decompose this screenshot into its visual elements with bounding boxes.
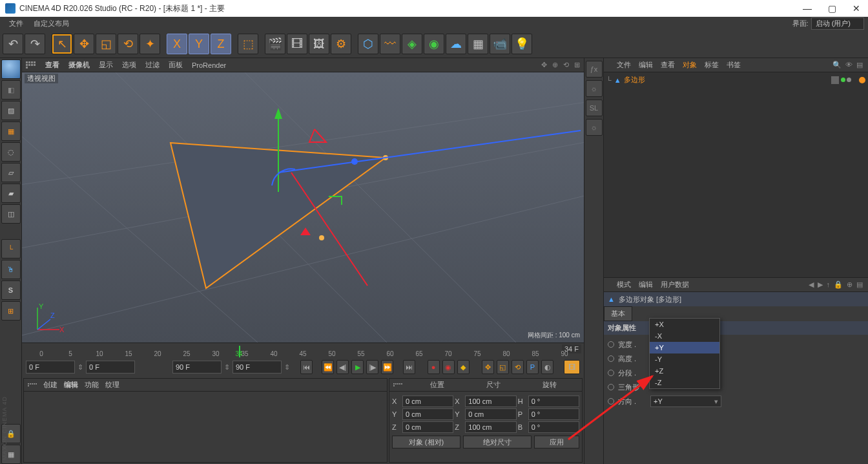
polygon-mode[interactable]: ▰ xyxy=(1,184,21,203)
direction-select[interactable]: +Y▾ xyxy=(650,395,721,407)
timeline-ruler[interactable]: 34 34 F 05101520253035404550556065707580… xyxy=(22,343,584,357)
size-y-input[interactable] xyxy=(465,408,516,420)
visibility-render-dot[interactable] xyxy=(847,78,851,82)
spinner-icon[interactable]: ⇕ xyxy=(224,363,230,372)
workplane-mode[interactable]: ▦ xyxy=(1,121,21,141)
attr-menu-edit[interactable]: 编辑 xyxy=(639,280,653,290)
attr-lock-icon[interactable]: 🔒 xyxy=(834,280,843,289)
pos-x-input[interactable] xyxy=(402,395,453,407)
goto-end-button[interactable]: ⏭ xyxy=(403,360,415,374)
direction-option-ny[interactable]: -Y xyxy=(650,353,719,365)
close-button[interactable]: ✕ xyxy=(850,3,863,14)
anim-dot-triangle[interactable] xyxy=(608,384,614,390)
om-eye-icon[interactable]: 👁 xyxy=(845,61,852,69)
direction-option-pz[interactable]: +Z xyxy=(650,365,719,377)
coord-apply-button[interactable]: 应用 xyxy=(534,436,579,448)
layer-tag-icon[interactable] xyxy=(831,76,840,85)
attr-fwd-icon[interactable]: ▶ xyxy=(818,280,823,289)
om-menu-edit[interactable]: 编辑 xyxy=(639,60,653,70)
range-start-input[interactable] xyxy=(86,361,135,374)
direction-dropdown[interactable]: +X -X +Y -Y +Z -Z xyxy=(649,318,720,389)
om-menu-file[interactable]: 文件 xyxy=(617,60,631,70)
attr-tab-basic[interactable]: 基本 xyxy=(604,306,632,321)
vp-menu-prorender[interactable]: ProRender xyxy=(192,61,226,69)
model-mode[interactable]: ◧ xyxy=(1,80,21,100)
size-x-input[interactable] xyxy=(465,395,516,407)
rot-b-input[interactable] xyxy=(528,421,579,433)
render-settings[interactable]: ⚙ xyxy=(331,34,351,54)
axis-x-toggle[interactable]: X xyxy=(167,34,187,54)
om-filter-icon[interactable]: ▤ xyxy=(856,61,863,69)
texture-mode[interactable]: ▨ xyxy=(1,101,21,120)
keyframe-selection[interactable]: ◆ xyxy=(457,360,470,374)
add-environment[interactable]: ☁ xyxy=(446,34,466,54)
workplane-toggle[interactable]: ⊞ xyxy=(1,301,21,321)
layout-select[interactable]: 启动 (用户) xyxy=(811,17,864,30)
om-menu-bookmarks[interactable]: 书签 xyxy=(727,60,741,70)
object-name[interactable]: 多边形 xyxy=(624,75,645,85)
vp-pan-icon[interactable]: ✥ xyxy=(541,61,547,69)
om-menu-objects[interactable]: 对象 xyxy=(683,60,697,70)
attr-menu-userdata[interactable]: 用户数据 xyxy=(661,280,689,290)
om-menu-view[interactable]: 查看 xyxy=(661,60,675,70)
render-picture-viewer[interactable]: 🖼 xyxy=(309,34,329,54)
key-pos-button[interactable]: ✥ xyxy=(482,360,494,374)
vp-menu-view[interactable]: 查看 xyxy=(45,60,59,70)
key-rot-button[interactable]: ⟲ xyxy=(512,360,524,374)
minimize-button[interactable]: — xyxy=(801,3,814,14)
object-row-polygon[interactable]: └ ▲ 多边形 xyxy=(606,75,865,85)
point-mode[interactable]: ◌ xyxy=(1,142,21,162)
add-deformer[interactable]: ◉ xyxy=(424,34,444,54)
key-pla-button[interactable]: ◐ xyxy=(541,360,553,374)
rt-tool-1[interactable]: ☼ xyxy=(586,80,603,97)
mat-menu-create[interactable]: 创建 xyxy=(43,380,57,390)
add-camera[interactable]: ▦ xyxy=(468,34,488,54)
coord-mode-object[interactable]: 对象 (相对) xyxy=(392,436,460,448)
direction-option-py[interactable]: +Y xyxy=(650,342,719,353)
motion-clip-button[interactable]: 🎞 xyxy=(564,360,580,374)
frame-start-input[interactable] xyxy=(26,361,75,374)
mat-menu-edit[interactable]: 编辑 xyxy=(64,380,78,390)
pos-z-input[interactable] xyxy=(402,421,453,433)
pos-y-input[interactable] xyxy=(402,408,453,420)
key-param-button[interactable]: P xyxy=(526,360,539,374)
attr-menu-mode[interactable]: 模式 xyxy=(617,280,631,290)
add-spline[interactable]: 〰 xyxy=(380,34,400,54)
visibility-editor-dot[interactable] xyxy=(841,78,845,82)
spinner-icon[interactable]: ⇕ xyxy=(78,363,83,372)
rot-h-input[interactable] xyxy=(528,395,579,407)
direction-option-nx[interactable]: -X xyxy=(650,330,719,342)
coord-system[interactable]: ⬚ xyxy=(238,34,258,54)
vp-menu-camera[interactable]: 摄像机 xyxy=(68,60,90,70)
tree-collapse-icon[interactable]: └ xyxy=(606,76,612,84)
autokey-button[interactable]: ◉ xyxy=(442,360,455,374)
perspective-viewport[interactable]: 透视视图 xyxy=(22,72,584,343)
coord-mode-abs[interactable]: 绝对尺寸 xyxy=(463,436,532,448)
prev-frame-button[interactable]: ◀| xyxy=(336,360,349,374)
maximize-button[interactable]: ▢ xyxy=(825,3,838,14)
next-frame-button[interactable]: |▶ xyxy=(366,360,378,374)
frame-end-input[interactable] xyxy=(232,361,282,374)
snap-toggle[interactable]: S xyxy=(1,280,21,300)
add-primitive[interactable]: ⬡ xyxy=(358,34,378,54)
next-key-button[interactable]: ⏩ xyxy=(381,360,393,374)
rt-tool-2[interactable]: SL xyxy=(586,100,603,116)
panel-grip-icon[interactable] xyxy=(28,383,37,386)
last-tool[interactable]: ✦ xyxy=(140,34,160,54)
move-tool[interactable]: ✥ xyxy=(74,34,94,54)
fx-button[interactable]: ƒx xyxy=(586,61,603,78)
scale-tool[interactable]: ◱ xyxy=(96,34,116,54)
vp-zoom-icon[interactable]: ⊕ xyxy=(552,61,558,69)
mat-menu-function[interactable]: 功能 xyxy=(85,380,99,390)
om-search-icon[interactable]: 🔍 xyxy=(832,61,842,69)
rt-tool-3[interactable]: ☼ xyxy=(586,119,603,136)
axis-z-toggle[interactable]: Z xyxy=(211,34,231,54)
play-button[interactable]: ▶ xyxy=(351,360,364,374)
key-scale-button[interactable]: ◱ xyxy=(497,360,509,374)
goto-start-button[interactable]: ⏮ xyxy=(300,360,313,374)
vp-orbit-icon[interactable]: ⟲ xyxy=(563,61,569,69)
undo-button[interactable]: ↶ xyxy=(3,34,23,54)
enable-axis[interactable]: └ xyxy=(1,239,21,258)
vp-menu-display[interactable]: 显示 xyxy=(99,60,113,70)
rot-p-input[interactable] xyxy=(528,408,579,420)
